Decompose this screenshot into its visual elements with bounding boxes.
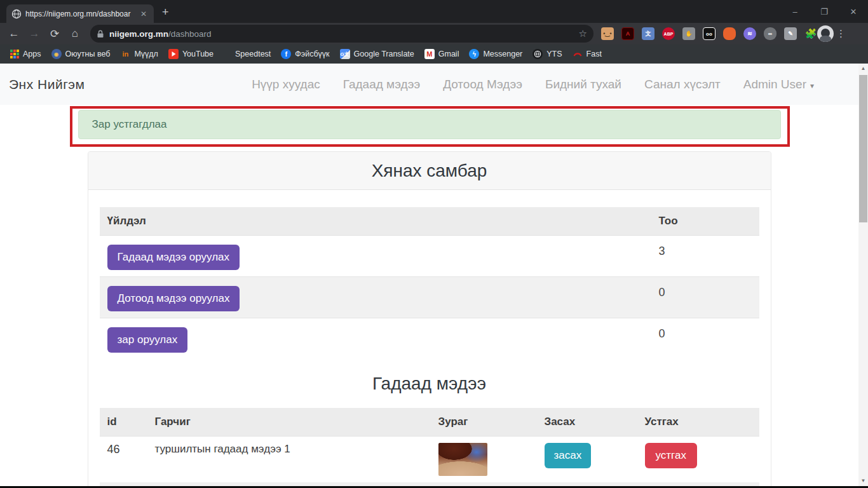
add-domestic-news-button[interactable]: Дотоод мэдээ оруулах	[107, 286, 240, 311]
pen-extension-icon[interactable]: ✎	[784, 27, 797, 40]
foreign-news-table: id Гарчиг Зураг Засах Устгах 46 туршилты…	[100, 408, 759, 482]
browser-tab[interactable]: https://niigem.org.mn/dashboar ✕	[6, 4, 154, 23]
browser-titlebar: https://niigem.org.mn/dashboar ✕ + – ❐ ✕	[0, 0, 868, 23]
table-row: Гадаад мэдээ оруулах 3	[100, 236, 759, 277]
nav-link-foreign-news[interactable]: Гадаад мэдээ	[343, 78, 420, 92]
bookmark-facebook[interactable]: f Фэйсбүүк	[281, 49, 329, 59]
bookmark-google-translate[interactable]: G文 Google Translate	[340, 49, 414, 59]
emblem-icon: ◉	[51, 49, 62, 59]
news-id: 46	[100, 437, 147, 483]
extensions-row: •‿• A 文 ABP ✋ oo ≋ ∞ ✎ 🧩	[601, 27, 817, 40]
minimize-button[interactable]: –	[780, 7, 810, 17]
tab-close-icon[interactable]: ✕	[139, 10, 149, 18]
bookmark-star-icon[interactable]: ☆	[579, 28, 587, 39]
browser-menu-icon[interactable]: ⋮	[836, 28, 846, 39]
bookmark-fast[interactable]: Fast	[573, 49, 602, 59]
forward-icon: →	[24, 27, 44, 40]
moodle-icon: in	[120, 49, 130, 59]
bookmark-messenger[interactable]: ϟ Messenger	[469, 49, 522, 59]
column-header-count: Тоо	[651, 207, 759, 236]
youtube-icon	[168, 49, 179, 59]
infinity-badge-extension-icon[interactable]: ∞	[764, 27, 776, 40]
robot-extension-icon[interactable]: •‿•	[601, 27, 614, 40]
column-header-action: Үйлдэл	[100, 207, 651, 236]
nav-link-domestic-news[interactable]: Дотоод Мэдээ	[443, 78, 522, 92]
foreign-news-count: 3	[651, 236, 759, 277]
translate-extension-icon[interactable]: 文	[642, 27, 654, 40]
scrollbar-thumb[interactable]	[859, 75, 867, 222]
back-icon[interactable]: ←	[4, 27, 24, 40]
url-text: niigem.org.mn/dashboard	[109, 29, 579, 39]
add-foreign-news-button[interactable]: Гадаад мэдээ оруулах	[107, 245, 240, 270]
yts-globe-icon	[532, 49, 543, 59]
column-header-edit: Засах	[537, 408, 637, 437]
google-translate-icon: G文	[340, 49, 350, 59]
bookmarks-bar: Apps ◉ Оюутны веб in Мүүдл YouTube Speed…	[0, 44, 868, 64]
close-button[interactable]: ✕	[839, 7, 868, 17]
bookmark-youtube[interactable]: YouTube	[168, 49, 214, 59]
table-row: Дотоод мэдээ оруулах 0	[100, 277, 759, 318]
user-menu-dropdown[interactable]: Admin User▾	[743, 78, 814, 92]
news-thumbnail-image	[438, 443, 487, 476]
table-row: 46 туршилтын гадаад мэдээ 1 засах устгах	[100, 437, 759, 483]
ad-count: 0	[651, 318, 759, 360]
page-scrollbar[interactable]: ▲ ▼	[858, 64, 868, 488]
actions-table: Үйлдэл Тоо Гадаад мэдээ оруулах 3 Дотоод…	[100, 207, 759, 359]
hand-extension-icon[interactable]: ✋	[682, 27, 695, 40]
lock-icon	[97, 30, 104, 38]
home-icon[interactable]: ⌂	[65, 27, 85, 40]
column-header-image: Зураг	[431, 408, 537, 437]
adblock-plus-extension-icon[interactable]: ABP	[662, 27, 675, 40]
messenger-icon: ϟ	[469, 49, 479, 59]
purple-circle-extension-icon[interactable]: ≋	[743, 27, 756, 40]
bookmark-speedtest[interactable]: Speedtest	[235, 50, 271, 58]
dashboard-card: Хянах самбар Үйлдэл Тоо Гадаад мэдээ ор	[88, 151, 771, 488]
column-header-delete: Устгах	[637, 408, 759, 437]
bookmark-apps[interactable]: Apps	[10, 50, 41, 58]
add-ad-button[interactable]: зар оруулах	[107, 327, 188, 353]
nav-link-feedback[interactable]: Санал хүсэлт	[644, 78, 721, 92]
globe-favicon-icon	[11, 9, 22, 19]
gmail-icon: M	[424, 49, 435, 59]
column-header-title: Гарчиг	[147, 408, 431, 437]
column-header-id: id	[100, 408, 147, 437]
nav-link-about-us[interactable]: Бидний тухай	[545, 78, 621, 92]
success-alert: Зар устгагдлаа	[78, 110, 781, 139]
dashboard-card-header: Хянах самбар	[88, 152, 771, 190]
section-title-foreign-news: Гадаад мэдээ	[100, 359, 759, 408]
page-title: Хянах самбар	[372, 161, 487, 181]
browser-toolbar: ← → ⟳ ⌂ niigem.org.mn/dashboard ☆ •‿• A …	[0, 23, 868, 44]
edit-button[interactable]: засах	[545, 443, 592, 468]
fast-gauge-icon	[573, 49, 583, 59]
alert-message: Зар устгагдлаа	[92, 118, 167, 131]
news-title: туршилтын гадаад мэдээ 1	[147, 437, 431, 483]
scroll-down-icon[interactable]: ▼	[858, 476, 868, 486]
reload-icon[interactable]: ⟳	[44, 27, 65, 41]
bookmark-gmail[interactable]: M Gmail	[424, 49, 459, 59]
tab-title: https://niigem.org.mn/dashboar	[25, 10, 135, 18]
chevron-down-icon: ▾	[810, 81, 814, 90]
bookmark-yts[interactable]: YTS	[532, 49, 562, 59]
restore-button[interactable]: ❐	[810, 7, 839, 17]
bookmark-oyutny-web[interactable]: ◉ Оюутны веб	[51, 49, 111, 59]
facebook-icon: f	[281, 49, 291, 59]
flame-extension-icon[interactable]	[723, 27, 736, 40]
address-bar[interactable]: niigem.org.mn/dashboard ☆	[90, 25, 593, 43]
profile-avatar[interactable]	[817, 25, 834, 42]
bookmark-muudl[interactable]: in Мүүдл	[120, 49, 158, 59]
scroll-up-icon[interactable]: ▲	[858, 64, 868, 74]
nav-link-home[interactable]: Нүүр хуудас	[252, 78, 320, 92]
site-brand[interactable]: Энх Нийгэм	[9, 77, 85, 92]
puzzle-extensions-icon[interactable]: 🧩	[804, 27, 817, 40]
site-navbar: Энх Нийгэм Нүүр хуудас Гадаад мэдээ Дото…	[0, 64, 858, 105]
acrobat-extension-icon[interactable]: A	[621, 27, 634, 40]
table-row: зар оруулах 0	[100, 318, 759, 360]
new-tab-button[interactable]: +	[162, 6, 169, 18]
web-page: Энх Нийгэм Нүүр хуудас Гадаад мэдээ Дото…	[0, 64, 868, 488]
media-extension-icon[interactable]: oo	[703, 27, 715, 40]
apps-grid-icon	[10, 50, 19, 58]
domestic-news-count: 0	[651, 277, 759, 318]
delete-button[interactable]: устгах	[645, 443, 697, 468]
